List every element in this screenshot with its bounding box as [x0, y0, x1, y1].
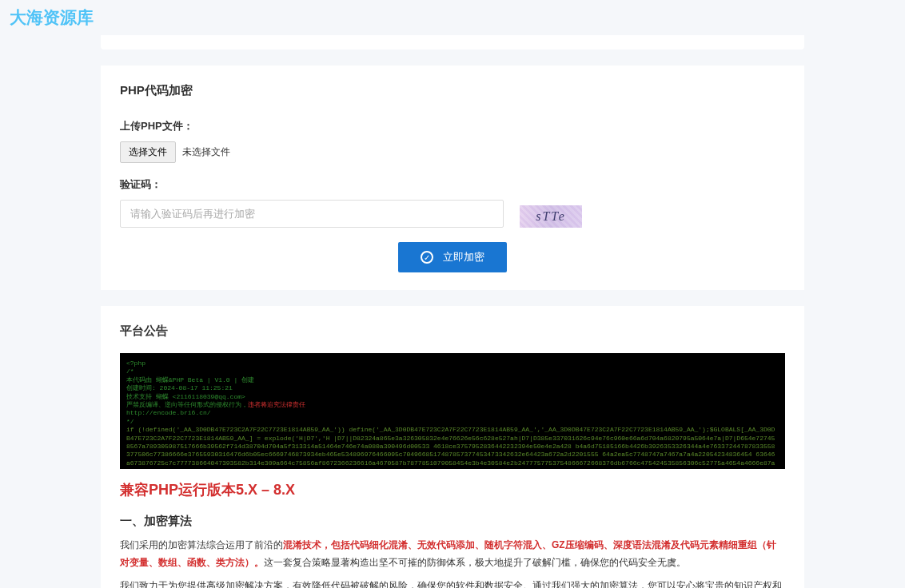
encrypt-card: PHP代码加密 上传PHP文件： 选择文件 未选择文件 验证码： sTTe ✓ … — [101, 66, 804, 290]
compat-heading: 兼容PHP运行版本5.X – 8.X — [120, 480, 785, 499]
captcha-input[interactable] — [120, 200, 504, 228]
notice-card: 平台公告 <?php /* 本代码由 蝴蝶&PHP Beta | V1.0 | … — [101, 306, 804, 588]
upload-label: 上传PHP文件： — [120, 119, 785, 133]
site-logo[interactable]: 大海资源库 — [10, 8, 94, 26]
code-preview[interactable]: <?php /* 本代码由 蝴蝶&PHP Beta | V1.0 | 创建 创建… — [120, 353, 785, 469]
captcha-label: 验证码： — [120, 177, 785, 192]
notice-title: 平台公告 — [120, 324, 785, 339]
captcha-image[interactable]: sTTe — [520, 205, 582, 228]
encrypt-title: PHP代码加密 — [120, 83, 785, 98]
submit-button[interactable]: ✓ 立即加密 — [398, 242, 507, 272]
section-1-title: 一、加密算法 — [120, 514, 785, 529]
top-strip — [101, 35, 804, 50]
section-1-p2: 我们致力于为您提供高级加密解决方案，有效降低代码被破解的风险，确保您的软件和数据… — [120, 578, 785, 588]
submit-label: 立即加密 — [443, 250, 484, 264]
file-status-text: 未选择文件 — [182, 145, 230, 159]
choose-file-button[interactable]: 选择文件 — [120, 141, 176, 163]
section-1-p1: 我们采用的加密算法综合运用了前沿的混淆技术，包括代码细化混淆、无效代码添加、随机… — [120, 537, 785, 571]
refresh-icon: ✓ — [421, 251, 433, 264]
